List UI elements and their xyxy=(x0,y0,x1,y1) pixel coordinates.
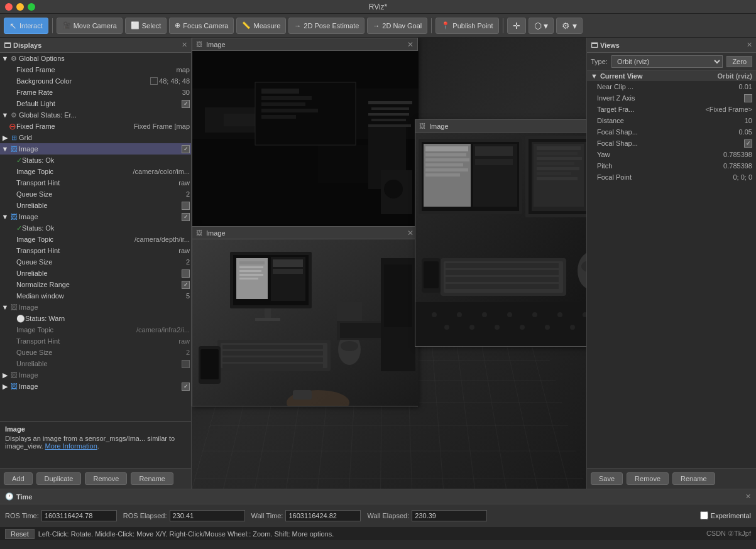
view-row-focal-point[interactable]: Focal Point 0; 0; 0 xyxy=(587,171,756,183)
image3-unreliable-checkbox[interactable] xyxy=(182,360,190,368)
svg-rect-11 xyxy=(261,102,305,106)
tree-grid[interactable]: ▶ ⊞ Grid xyxy=(0,132,191,143)
image3-unreliable-label: Unreliable xyxy=(16,360,180,367)
color-swatch xyxy=(150,77,158,85)
minimize-button[interactable] xyxy=(16,3,24,11)
svg-rect-26 xyxy=(239,266,263,268)
select-button[interactable]: ⬜ Select xyxy=(125,18,167,34)
extra-button-1[interactable]: ✛ xyxy=(507,18,526,34)
2d-pose-button[interactable]: → 2D Pose Estimate xyxy=(288,18,364,34)
measure-button[interactable]: 📏 Measure xyxy=(236,18,286,34)
2d-nav-label: 2D Nav Goal xyxy=(382,22,422,30)
tree-global-status[interactable]: ▼ ⚙ Global Status: Er... xyxy=(0,109,191,121)
more-info-link[interactable]: More Information xyxy=(45,442,97,450)
extra-button-2[interactable]: ⬡ ▾ xyxy=(529,18,554,34)
tree-image5[interactable]: ▶ 🖼 Image xyxy=(0,381,191,392)
ros-time-input[interactable] xyxy=(41,510,117,521)
tree-image3-topic[interactable]: Image Topic /camera/infra2/i... xyxy=(0,324,191,335)
image1-unreliable-checkbox[interactable] xyxy=(182,202,190,210)
tree-image2-transport[interactable]: Transport Hint raw xyxy=(0,245,191,256)
views-remove-button[interactable]: Remove xyxy=(627,472,669,485)
views-save-button[interactable]: Save xyxy=(591,472,623,485)
tree-image2-median[interactable]: Median window 5 xyxy=(0,290,191,302)
tree-image3-transport[interactable]: Transport Hint raw xyxy=(0,335,191,347)
image-window-2[interactable]: 🖼 Image ✕ xyxy=(192,226,418,406)
view-row-invertz[interactable]: Invert Z Axis xyxy=(587,92,756,104)
view-row-focal-shape-2[interactable]: Focal Shap... xyxy=(587,138,756,149)
tree-image2-unreliable[interactable]: Unreliable xyxy=(0,268,191,279)
time-close-icon[interactable]: ✕ xyxy=(745,492,751,501)
2d-nav-button[interactable]: → 2D Nav Goal xyxy=(367,18,427,34)
views-rename-button[interactable]: Rename xyxy=(672,472,715,485)
image-window-close-1[interactable]: ✕ xyxy=(407,40,414,49)
tree-image2-topic[interactable]: Image Topic /camera/depth/ir... xyxy=(0,234,191,245)
image2-checkbox[interactable] xyxy=(182,213,190,221)
image1-checkbox[interactable] xyxy=(182,145,190,153)
view-row-pitch[interactable]: Pitch 0.785398 xyxy=(587,160,756,171)
description-panel: Image Displays an image from a sensor_ms… xyxy=(0,421,191,468)
svg-rect-32 xyxy=(273,269,303,274)
close-button[interactable] xyxy=(5,3,13,11)
move-camera-button[interactable]: 🎥 Move Camera xyxy=(57,18,123,34)
tree-default-light[interactable]: Default Light xyxy=(0,98,191,109)
tree-image3-queue[interactable]: Queue Size 2 xyxy=(0,347,191,358)
add-button[interactable]: Add xyxy=(4,472,33,485)
3d-viewport[interactable]: 🖼 Image ✕ xyxy=(192,38,586,489)
default-light-checkbox[interactable] xyxy=(182,100,190,108)
focus-camera-button[interactable]: ⊕ Focus Camera xyxy=(169,18,234,34)
views-zero-button[interactable]: Zero xyxy=(726,56,752,67)
wall-elapsed-input[interactable] xyxy=(412,510,487,521)
duplicate-button[interactable]: Duplicate xyxy=(36,472,82,485)
remove-button[interactable]: Remove xyxy=(85,472,127,485)
tree-fixed-frame-err[interactable]: ⊖ Fixed Frame Fixed Frame [map xyxy=(0,121,191,132)
image2-unreliable-checkbox[interactable] xyxy=(182,269,190,278)
view-row-focal-shape-1[interactable]: Focal Shap... 0.05 xyxy=(587,126,756,138)
tree-frame-rate[interactable]: Frame Rate 30 xyxy=(0,87,191,98)
tree-image3[interactable]: ▼ 🖼 Image xyxy=(0,302,191,313)
extra-button-3[interactable]: ⚙ ▾ xyxy=(556,18,583,34)
tree-bg-color[interactable]: Background Color 48; 48; 48 xyxy=(0,75,191,87)
toolbar-separator-1 xyxy=(52,18,53,33)
view-row-distance[interactable]: Distance 10 xyxy=(587,115,756,126)
ros-elapsed-input[interactable] xyxy=(170,510,245,521)
invert-z-checkbox[interactable] xyxy=(744,94,752,102)
image2-queue-value: 2 xyxy=(186,258,190,266)
svg-point-93 xyxy=(557,312,562,317)
experimental-checkbox[interactable] xyxy=(700,511,708,519)
image-window-close-2[interactable]: ✕ xyxy=(407,229,414,237)
image5-checkbox[interactable] xyxy=(182,383,190,391)
view-row-nearclip[interactable]: Near Clip ... 0.01 xyxy=(587,81,756,92)
publish-point-button[interactable]: 📍 Publish Point xyxy=(436,18,498,34)
focal-shape-checkbox[interactable] xyxy=(744,139,752,148)
expand-arrow: ▼ xyxy=(1,111,9,119)
displays-close-icon[interactable]: ✕ xyxy=(182,41,187,49)
image2-normalize-checkbox[interactable] xyxy=(182,281,190,289)
tree-image2-queue[interactable]: Queue Size 2 xyxy=(0,256,191,268)
tree-global-options[interactable]: ▼ ⚙ Global Options xyxy=(0,53,191,64)
view-row-target-frame[interactable]: Target Fra... <Fixed Frame> xyxy=(587,104,756,115)
tree-image2-normalize[interactable]: Normalize Range xyxy=(0,279,191,290)
tree-image1-topic[interactable]: Image Topic /camera/color/im... xyxy=(0,166,191,177)
rename-button[interactable]: Rename xyxy=(131,472,173,485)
svg-rect-51 xyxy=(384,264,412,327)
views-close-icon[interactable]: ✕ xyxy=(747,41,752,49)
tree-image1-unreliable[interactable]: Unreliable xyxy=(0,200,191,211)
reset-button[interactable]: Reset xyxy=(5,529,35,539)
tree-image4[interactable]: ▶ 🖼 Image xyxy=(0,369,191,381)
tree-image1[interactable]: ▼ 🖼 Image xyxy=(0,143,191,155)
tree-image1-queue[interactable]: Queue Size 2 xyxy=(0,188,191,200)
time-content: ROS Time: ROS Elapsed: Wall Time: Wall E… xyxy=(0,504,756,526)
view-row-yaw[interactable]: Yaw 0.785398 xyxy=(587,149,756,160)
svg-rect-80 xyxy=(446,270,559,275)
image-window-1[interactable]: 🖼 Image ✕ xyxy=(192,38,418,227)
image-window-3[interactable]: 🖼 Image ✕ xyxy=(415,119,586,347)
tree-fixed-frame[interactable]: Fixed Frame map xyxy=(0,64,191,75)
tree-image3-status: ⚪ Status: Warn xyxy=(0,313,191,324)
tree-image1-transport[interactable]: Transport Hint raw xyxy=(0,177,191,188)
views-type-select[interactable]: Orbit (rviz) xyxy=(611,55,723,68)
wall-time-input[interactable] xyxy=(285,510,361,521)
interact-button[interactable]: ↖ Interact xyxy=(4,18,48,34)
tree-image2[interactable]: ▼ 🖼 Image xyxy=(0,211,191,222)
maximize-button[interactable] xyxy=(28,3,35,11)
tree-image3-unreliable[interactable]: Unreliable xyxy=(0,358,191,369)
